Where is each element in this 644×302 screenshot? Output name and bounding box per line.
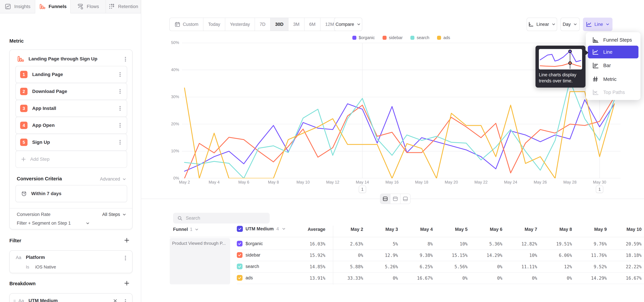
funnel-step-5[interactable]: 5Sign Up	[16, 134, 127, 151]
menu-item-label: Line	[603, 49, 612, 55]
tab-funnels[interactable]: Funnels	[35, 0, 70, 14]
tab-label: Insights	[14, 4, 30, 9]
breakdown-card[interactable]: Aa UTM Medium	[10, 293, 132, 302]
layout-bottom-button[interactable]	[400, 194, 410, 204]
y-tick-label: 20%	[161, 122, 179, 126]
metric-heading: Metric	[10, 38, 24, 44]
step-kebab-icon[interactable]	[117, 105, 123, 112]
range-today[interactable]: Today	[204, 18, 225, 31]
legend-item[interactable]: sidebar	[382, 35, 403, 40]
breakdown-header-label: UTM Medium	[246, 226, 274, 232]
calendar-icon	[174, 21, 180, 27]
layout-top-button[interactable]	[390, 194, 400, 204]
funnel-column-header[interactable]: Funnel1	[173, 227, 199, 232]
tab-insights[interactable]: Insights	[0, 0, 35, 14]
tab-flows[interactable]: Flows	[70, 0, 106, 14]
day-column-header[interactable]: May 8	[537, 227, 572, 232]
step-kebab-icon[interactable]	[117, 72, 123, 78]
table-row-ads[interactable]: ads13.91%33.33%0%16.67%0%0%0%0%14.29%16.…	[0, 272, 644, 284]
average-value: 16.03%	[278, 242, 325, 246]
funnel-step-2[interactable]: 2Download Page	[16, 83, 127, 100]
day-column-header[interactable]: May 4	[398, 227, 433, 232]
series-checkbox[interactable]	[237, 275, 242, 281]
metric-kebab-icon[interactable]	[122, 56, 128, 62]
select-all-checkbox[interactable]	[237, 226, 243, 232]
funnel-header-label: Funnel	[173, 227, 188, 232]
step-label: App Install	[32, 106, 56, 111]
line-tooltip: Line charts display trends over time.	[536, 46, 586, 88]
day-column-header[interactable]: May 7	[502, 227, 537, 232]
table-row-organic[interactable]: $organic16.03%2.63%5%8%10%5.36%12.82%19.…	[0, 238, 644, 250]
legend-item[interactable]: $organic	[352, 35, 375, 40]
tab-label: Retention	[118, 4, 138, 9]
average-value: 13.91%	[278, 276, 325, 281]
menu-item-bar[interactable]: Bar	[586, 60, 640, 71]
y-tick-label: 40%	[161, 68, 179, 72]
x-tick-label: May 10	[291, 180, 315, 184]
range-6m[interactable]: 6M	[304, 18, 321, 31]
chart-type-button[interactable]: Line	[583, 18, 612, 31]
x-tick-label: May 8	[262, 180, 285, 184]
conversion-criteria-heading: Conversion Criteria	[17, 176, 62, 182]
cell-value: 16.67%	[398, 276, 433, 281]
layout-split-button[interactable]	[380, 194, 390, 204]
plus-icon	[21, 156, 26, 162]
series-checkbox[interactable]	[237, 264, 242, 269]
cell-value: 14.29%	[572, 276, 607, 281]
series-checkbox[interactable]	[237, 252, 242, 258]
funnel-step-3[interactable]: 3App Install	[16, 100, 127, 117]
tab-retention[interactable]: Retention	[106, 0, 141, 14]
day-column-header[interactable]: May 10	[607, 227, 642, 232]
tooltip-mini-chart	[539, 49, 582, 70]
conversion-rate-dropdown[interactable]: All Steps	[102, 212, 120, 217]
annotation-badge[interactable]: 1	[596, 186, 603, 193]
remove-breakdown-icon[interactable]	[113, 298, 118, 302]
drag-handle-icon[interactable]	[12, 299, 17, 302]
conversion-window-button[interactable]: Within 7 days	[16, 185, 127, 202]
table-search[interactable]	[173, 213, 270, 224]
annotation-badge[interactable]: 1	[359, 186, 366, 193]
range-label: Today	[208, 22, 220, 27]
menu-item-metric[interactable]: Metric	[586, 74, 640, 85]
step-kebab-icon[interactable]	[117, 139, 123, 145]
range-3m[interactable]: 3M	[288, 18, 304, 31]
step-kebab-icon[interactable]	[117, 88, 123, 94]
range-30d[interactable]: 30D	[270, 18, 289, 31]
breakdown-kebab-icon[interactable]	[122, 298, 128, 302]
range-custom[interactable]: Custom	[170, 18, 204, 31]
day-column-header[interactable]: May 6	[468, 227, 502, 232]
average-column-header[interactable]: Average	[278, 227, 325, 232]
day-column-header[interactable]: May 9	[572, 227, 607, 232]
filter-segment-dropdown[interactable]: Filter + Segment on Step 1	[17, 221, 71, 226]
average-value: 14.85%	[278, 264, 325, 269]
menu-item-funnel-steps[interactable]: Funnel Steps	[586, 34, 640, 46]
add-step-button[interactable]: Add Step	[16, 151, 127, 168]
y-tick-label: 30%	[161, 94, 179, 99]
step-kebab-icon[interactable]	[117, 122, 123, 128]
legend-item[interactable]: ads	[437, 35, 450, 40]
table-row-sidebar[interactable]: sidebar15.92%0%12.9%9.38%15.15%14.29%10%…	[0, 250, 644, 261]
cell-value: 19.51%	[537, 242, 572, 246]
axis-scale-button[interactable]: Linear	[526, 18, 557, 31]
table-row-search[interactable]: search14.85%5.88%5.26%6.25%5.56%0%11.11%…	[0, 261, 644, 272]
range-yesterday[interactable]: Yesterday	[225, 18, 255, 31]
day-column-header[interactable]: May 2	[328, 227, 363, 232]
funnel-steps-icon	[592, 36, 599, 44]
compare-button[interactable]: Compare	[334, 18, 362, 31]
range-7d[interactable]: 7D	[255, 18, 270, 31]
interval-button[interactable]: Day	[560, 18, 580, 31]
cell-value: 9.52%	[572, 264, 607, 269]
funnel-step-1[interactable]: 1Landing Page	[16, 66, 127, 83]
series-checkbox[interactable]	[237, 241, 242, 246]
day-column-header[interactable]: May 3	[363, 227, 398, 232]
layout-split-icon	[382, 196, 388, 202]
advanced-dropdown[interactable]: Advanced	[100, 176, 120, 182]
search-input[interactable]	[186, 216, 260, 221]
legend-item[interactable]: search	[410, 35, 429, 40]
day-column-header[interactable]: May 5	[433, 227, 468, 232]
range-label: 12M	[325, 22, 334, 27]
step-number-badge: 2	[20, 88, 28, 95]
cell-value: 11.11%	[502, 264, 537, 269]
menu-item-line[interactable]: Line	[588, 46, 638, 58]
funnel-step-4[interactable]: 4App Open	[16, 117, 127, 134]
